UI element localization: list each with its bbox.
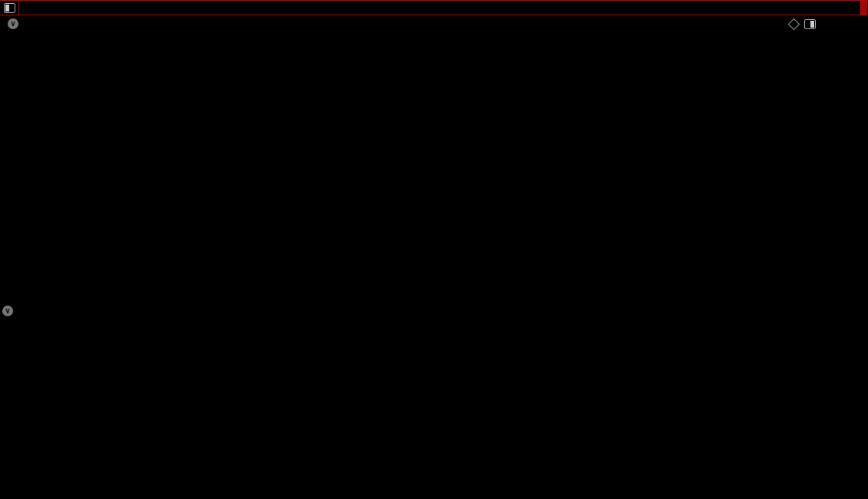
title-bar: ∨ xyxy=(0,15,819,31)
window-corner-stub xyxy=(860,1,867,15)
toolbar-spacer xyxy=(19,1,860,15)
indicator-header: ∨ xyxy=(0,301,814,320)
chevron-down-icon[interactable]: ∨ xyxy=(8,18,18,29)
app-window: ∨ ∨ xyxy=(0,0,868,499)
candlestick-chart[interactable] xyxy=(0,0,868,499)
layout-toggle-button[interactable] xyxy=(0,1,19,15)
split-panel-icon xyxy=(4,3,15,13)
watermark xyxy=(856,494,863,498)
diamond-icon[interactable] xyxy=(788,18,800,30)
split-panel-icon[interactable] xyxy=(804,19,816,29)
adjacent-window-edge xyxy=(862,32,868,478)
title-bar-icons xyxy=(790,17,820,31)
chevron-down-icon[interactable]: ∨ xyxy=(2,306,13,316)
toolbar xyxy=(0,0,867,15)
